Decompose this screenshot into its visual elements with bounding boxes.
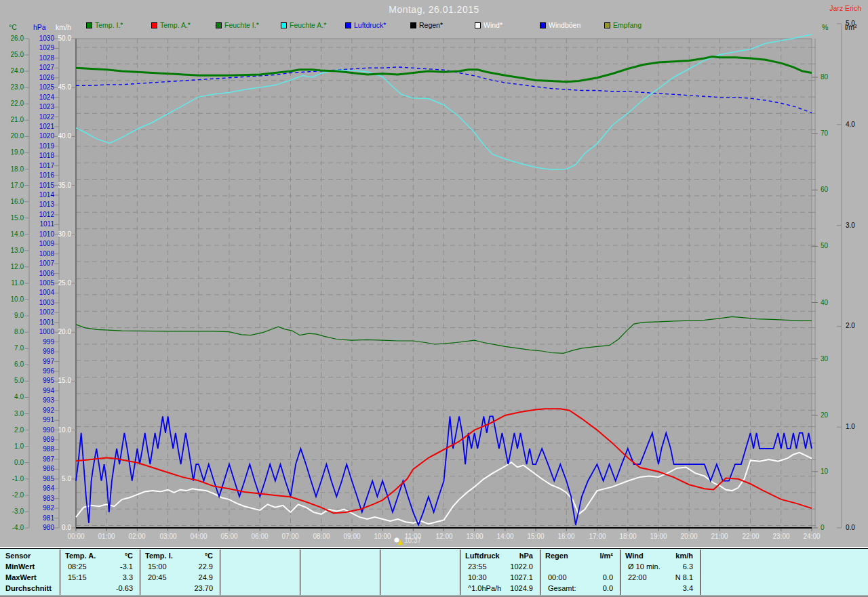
legend-swatch-icon	[345, 22, 351, 28]
legend-item-regen[interactable]: Regen*	[410, 21, 443, 30]
tick-time: 15:00	[522, 533, 549, 540]
legend-item-windben[interactable]: Windböen	[540, 21, 580, 30]
tick-celsius: 18.0	[1, 165, 24, 173]
tick-hpa: 1004	[31, 289, 54, 296]
tick-hpa: 1008	[31, 250, 54, 258]
table-cell-value: -0.63	[65, 583, 133, 593]
table-cell-value: 6.3	[625, 562, 693, 571]
tick-time: 12:00	[431, 533, 458, 540]
tick-hpa: 1028	[31, 54, 54, 62]
legend-swatch-icon	[475, 22, 481, 28]
table-divider	[620, 550, 620, 595]
tick-kmh: 35.0	[49, 182, 71, 189]
tick-celsius: 23.0	[1, 83, 24, 91]
tick-time: 21:00	[706, 533, 733, 540]
tick-time: 00:00	[62, 533, 90, 540]
tick-hpa: 992	[31, 407, 54, 414]
tick-time: 16:00	[553, 533, 580, 540]
table-cell-value: 0.0	[545, 583, 613, 593]
table-divider	[60, 550, 60, 595]
table-cell-value: 1022.0	[465, 562, 533, 571]
tick-celsius: 15.0	[1, 214, 24, 222]
tick-celsius: 14.0	[1, 230, 24, 238]
tick-hpa: 991	[31, 416, 54, 424]
table-row-label: MaxWert	[5, 573, 37, 582]
tick-lm2: 5.0	[846, 20, 866, 27]
tick-celsius: 12.0	[1, 263, 24, 270]
table-divider	[460, 550, 460, 595]
tick-celsius: 4.0	[1, 393, 24, 400]
tick-celsius: 26.0	[1, 35, 24, 42]
tick-hpa: 1019	[31, 142, 54, 150]
table-cell-value: 3.4	[625, 583, 693, 593]
table-row-label: Durchschnitt	[5, 583, 52, 593]
tick-hpa: 981	[31, 514, 54, 522]
tick-celsius: 2.0	[1, 426, 24, 434]
tick-time: 01:00	[93, 533, 120, 540]
table-cell-value: N 8.1	[625, 573, 693, 582]
legend-item-wind[interactable]: Wind*	[475, 21, 502, 30]
tick-lm2: 3.0	[846, 222, 866, 229]
table-divider	[700, 550, 701, 595]
tick-kmh: 25.0	[49, 279, 71, 287]
tick-hpa: 988	[31, 445, 54, 453]
tick-celsius: 9.0	[1, 312, 24, 319]
tick-time: 19:00	[645, 533, 672, 540]
tick-hpa: 998	[31, 348, 54, 355]
tick-hpa: 984	[31, 485, 54, 492]
tick-celsius: 17.0	[1, 182, 24, 189]
tick-kmh: 45.0	[49, 83, 71, 91]
tick-time: 03:00	[155, 533, 182, 540]
table-cell-value: 0.0	[545, 573, 613, 582]
tick-lm2: 1.0	[846, 423, 866, 430]
tick-hpa: 1021	[31, 123, 54, 130]
table-cell-value: 24.9	[145, 573, 213, 582]
table-sensor-unit: hPa	[465, 551, 533, 560]
tick-hpa: 1027	[31, 64, 54, 71]
tick-hpa: 1016	[31, 171, 54, 179]
table-row-label: Sensor	[5, 551, 31, 560]
legend-item-tempa[interactable]: Temp. A.*	[151, 21, 191, 30]
tick-kmh: 10.0	[49, 426, 71, 434]
legend-item-luftdruck[interactable]: Luftdruck*	[345, 21, 386, 30]
tick-hpa: 989	[31, 436, 54, 443]
tick-time: 22:00	[737, 533, 764, 540]
table-cell-value: 22.9	[145, 562, 213, 571]
tick-hpa: 982	[31, 504, 54, 512]
tick-time: 17:00	[584, 533, 611, 540]
tick-time: 04:00	[185, 533, 212, 540]
tick-hpa: 1011	[31, 220, 54, 228]
tick-percent: 50	[821, 242, 838, 249]
table-cell-value: 1027.1	[465, 573, 533, 582]
tick-kmh: 15.0	[49, 377, 71, 384]
tick-kmh: 5.0	[49, 475, 71, 482]
tick-time: 13:00	[461, 533, 488, 540]
tick-hpa: 1017	[31, 162, 54, 169]
tick-celsius: 5.0	[1, 377, 24, 384]
tick-hpa: 996	[31, 367, 54, 375]
legend-item-feuchtea[interactable]: Feuchte A.*	[281, 21, 326, 30]
legend-item-feuchtei[interactable]: Feuchte I.*	[216, 21, 259, 30]
tick-celsius: 3.0	[1, 410, 24, 417]
tick-percent: 0	[821, 524, 838, 531]
tick-celsius: 20.0	[1, 132, 24, 140]
tick-hpa: 1012	[31, 211, 54, 218]
legend-item-empfang[interactable]: Empfang	[604, 21, 642, 30]
tick-celsius: 7.0	[1, 344, 24, 352]
legend-swatch-icon	[281, 22, 287, 28]
tick-percent: 80	[821, 73, 838, 81]
table-sensor-unit: °C	[65, 551, 133, 560]
legend-item-tempi[interactable]: Temp. I.*	[86, 21, 123, 30]
tick-celsius: 25.0	[1, 51, 24, 58]
tick-celsius: 11.0	[1, 279, 24, 287]
tick-hpa: 1007	[31, 260, 54, 267]
tick-hpa: 1026	[31, 74, 54, 81]
summary-table: SensorMinWertMaxWertDurchschnittTemp. A.…	[0, 548, 868, 596]
table-divider	[540, 550, 540, 595]
marker-time-label: 10:37	[404, 537, 421, 544]
table-sensor-unit: km/h	[625, 551, 693, 560]
tick-celsius: 0.0	[1, 459, 24, 466]
legend-swatch-icon	[540, 22, 546, 28]
table-divider	[380, 550, 380, 595]
tick-hpa: 986	[31, 465, 54, 472]
